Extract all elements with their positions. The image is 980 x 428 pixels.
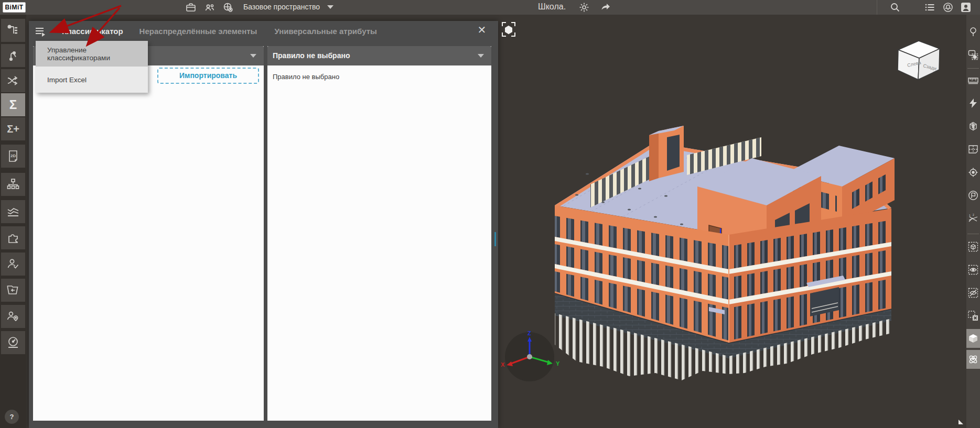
hide-eye-icon[interactable] — [968, 285, 978, 301]
toolbar-divider — [967, 234, 979, 234]
rule-column: Правило не выбрано Правило не выбрано — [267, 46, 491, 421]
close-icon[interactable]: ✕ — [477, 26, 487, 35]
flag-icon[interactable] — [968, 188, 978, 203]
team-icon[interactable] — [204, 2, 215, 13]
axis-measure-icon[interactable]: 1 2 — [968, 211, 978, 226]
gizmo-z-label: Z — [527, 330, 531, 336]
puzzle-icon — [6, 231, 20, 245]
import-button[interactable]: Импортировать — [157, 68, 259, 84]
left-toolbar: Σ Σ+ 2D — [0, 15, 26, 428]
menu-item-import-excel[interactable]: Import Excel — [36, 67, 148, 93]
section-cube-icon[interactable] — [968, 118, 978, 134]
tree-icon[interactable] — [968, 24, 978, 40]
sidebar-item-2d-sheet[interactable]: 2D — [1, 145, 25, 168]
sidebar-item-user-check[interactable] — [1, 253, 25, 276]
account-icon[interactable] — [961, 2, 971, 13]
sigma-plus-icon: Σ+ — [7, 124, 19, 134]
svg-text:2D: 2D — [10, 153, 16, 158]
ruler-icon[interactable] — [968, 72, 978, 88]
flash-icon[interactable] — [968, 95, 978, 111]
target-icon[interactable] — [968, 164, 978, 180]
select-region-toolbar-icon[interactable] — [968, 47, 978, 63]
structure-tree-icon — [6, 24, 20, 37]
workspace-selector[interactable]: Базовое пространство — [243, 3, 320, 11]
project-title: Школа. — [538, 2, 566, 12]
top-bar: BiMiT Базовое пространство Школа. — [0, 0, 980, 15]
sidebar-item-gauge[interactable] — [1, 331, 25, 354]
show-eye-icon[interactable] — [968, 262, 978, 278]
panel-menu-button[interactable] — [36, 27, 47, 36]
nav-cube[interactable]: Слева Сзади — [898, 41, 940, 80]
building-model — [553, 126, 895, 385]
app-logo: BiMiT — [3, 2, 26, 13]
sidebar-item-user-location[interactable] — [1, 305, 25, 328]
gear-icon[interactable] — [579, 2, 589, 13]
topbar-divider — [877, 0, 877, 15]
sidebar-item-branch[interactable] — [1, 44, 25, 67]
user-check-icon — [6, 257, 20, 271]
chevron-down-icon — [250, 54, 256, 58]
sidebar-item-structure-tree[interactable] — [1, 19, 25, 42]
classifier-column: Импортировать — [33, 46, 264, 421]
list-icon[interactable] — [924, 2, 935, 13]
sidebar-item-sitemap[interactable] — [1, 173, 25, 196]
chevron-down-icon[interactable] — [327, 5, 333, 9]
globe-user-icon[interactable] — [223, 2, 233, 13]
trend-lines-icon — [6, 205, 20, 218]
search-icon[interactable] — [890, 2, 900, 13]
briefcase-icon[interactable] — [186, 2, 196, 13]
tab-classifier[interactable]: Классификатор — [62, 27, 123, 36]
share-icon[interactable] — [600, 2, 611, 13]
rule-body-text: Правило не выбрано — [273, 73, 339, 81]
sitemap-icon — [6, 178, 20, 191]
help-button[interactable]: ? — [5, 410, 19, 424]
clear-selection-icon[interactable] — [968, 308, 978, 324]
right-toolbar: 1 2 — [966, 15, 980, 428]
axis-gizmo[interactable]: Z X Y — [501, 330, 560, 381]
sidebar-item-puzzle[interactable] — [1, 226, 25, 249]
shaded-cube-icon[interactable] — [966, 329, 980, 348]
panel-dropdown-menu: Управление классификаторами Import Excel — [36, 41, 148, 93]
classifier-panel: Классификатор Нераспределённые элементы … — [29, 21, 498, 428]
shuffle-icon — [6, 74, 20, 87]
panel-tabbar: Классификатор Нераспределённые элементы … — [29, 21, 498, 41]
gauge-icon — [6, 336, 20, 349]
branch-icon — [6, 49, 20, 62]
tab-unassigned-elements[interactable]: Нераспределённые элементы — [139, 27, 257, 36]
sidebar-item-shuffle[interactable] — [1, 69, 25, 92]
toolbar-divider — [967, 68, 979, 69]
gizmo-x-label: X — [501, 361, 505, 368]
folder-share-icon — [6, 283, 20, 297]
rule-dropdown-label: Правило не выбрано — [273, 51, 350, 60]
sidebar-item-folder-share[interactable] — [1, 279, 25, 302]
resize-handle[interactable] — [959, 420, 963, 424]
isolate-cube-icon[interactable] — [968, 239, 978, 255]
sidebar-item-sigma[interactable]: Σ — [1, 93, 25, 116]
sheet-2d-icon: 2D — [6, 149, 20, 163]
svg-text:1: 1 — [969, 214, 971, 217]
user-location-icon — [6, 310, 20, 323]
sidebar-item-sigma-plus[interactable]: Σ+ — [1, 117, 25, 140]
sidebar-item-trend-lines[interactable] — [1, 200, 25, 223]
gizmo-y-label: Y — [556, 360, 560, 367]
notifications-icon[interactable] — [943, 2, 953, 13]
floorplan-icon[interactable] — [968, 141, 978, 157]
chevron-down-icon — [478, 54, 484, 58]
sigma-icon: Σ — [9, 98, 17, 111]
svg-text:2: 2 — [973, 213, 974, 216]
scrollbar-accent[interactable] — [494, 232, 496, 246]
orbit-icon[interactable] — [966, 350, 980, 369]
select-region-icon[interactable] — [502, 23, 515, 36]
tab-universal-attributes[interactable]: Универсальные атрибуты — [274, 27, 376, 36]
rule-dropdown[interactable]: Правило не выбрано — [267, 46, 491, 65]
menu-item-manage-classifiers[interactable]: Управление классификаторами — [36, 41, 148, 67]
